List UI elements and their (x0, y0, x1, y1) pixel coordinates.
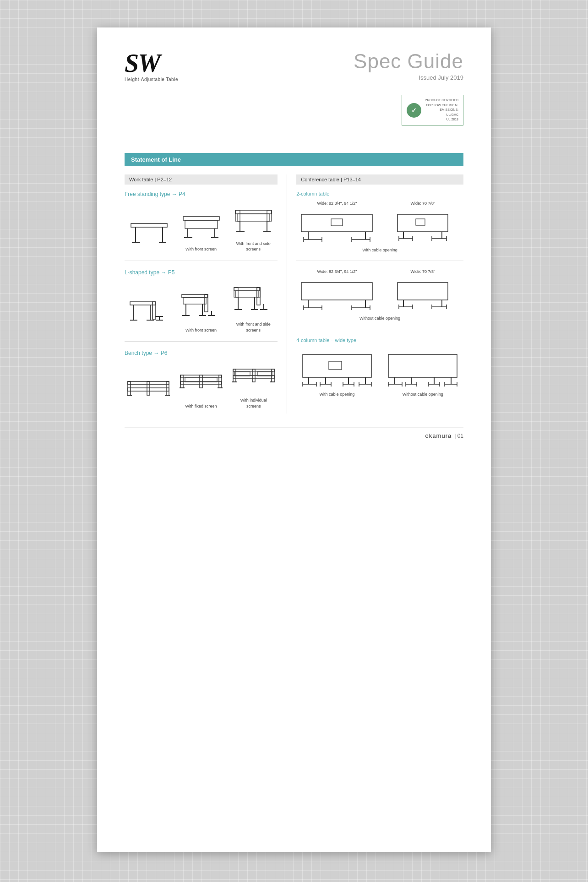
svg-rect-38 (235, 291, 258, 297)
size-label-left-2: Wide: 82 3/4", 94 1/2" (296, 269, 377, 274)
conf-row-1 (296, 207, 463, 244)
four-col-row: With cable opening (296, 348, 463, 397)
columns-wrapper: Work table | P2–12 Free standing type → … (125, 174, 463, 414)
free-standing-heading: Free standing type → P4 (125, 191, 278, 197)
svg-rect-39 (234, 288, 238, 297)
conf-table-large-nocable-svg (299, 276, 375, 312)
svg-rect-11 (235, 210, 272, 214)
svg-rect-101 (397, 283, 448, 300)
four-col-nocable-caption: Without cable opening (403, 392, 443, 397)
logo-subtitle: Height-Adjustable Table (125, 77, 178, 82)
statement-bar: Statement of Line (125, 153, 463, 166)
svg-rect-51 (166, 381, 169, 395)
free-standing-row: With front screen (125, 204, 278, 252)
size-labels-row1: Wide: 82 3/4", 94 1/2" Wide: 70 7/8" (296, 201, 463, 206)
front-side-screen-desk-svg (232, 204, 275, 238)
svg-rect-19 (130, 302, 155, 305)
footer-brand: okamura (425, 432, 452, 439)
front-side-screen-caption: With front and side screens (233, 241, 274, 252)
spec-guide-date: Issued July 2019 (354, 74, 463, 81)
svg-rect-49 (128, 388, 169, 391)
product-item-front-screen: With front screen (177, 209, 225, 252)
bench-fixed-screen: With fixed screen (177, 369, 225, 409)
svg-rect-12 (237, 214, 270, 221)
conf-item-2b (382, 276, 463, 312)
divider-1 (125, 261, 278, 261)
logo: SW (125, 50, 178, 76)
l-shaped-heading: L-shaped type → P5 (125, 269, 278, 276)
divider-2 (125, 341, 278, 342)
size-label-right-1: Wide: 70 7/8" (382, 201, 463, 206)
l-front-side-caption: With front and side screens (233, 321, 274, 333)
product-item-l-front: With front screen (177, 288, 225, 333)
svg-rect-83 (416, 219, 425, 225)
svg-rect-48 (128, 381, 169, 385)
l-front-side-svg (232, 282, 275, 319)
work-table-header: Work table | P2–12 (125, 174, 278, 185)
conf-item-2a (296, 276, 377, 312)
bench-fixed-svg (178, 369, 224, 401)
page: SW Height-Adjustable Table Spec Guide Is… (97, 27, 491, 852)
svg-rect-128 (388, 354, 457, 377)
left-column: Work table | P2–12 Free standing type → … (125, 174, 287, 414)
footer: okamura | 01 (125, 427, 463, 439)
four-col-nocable-svg (386, 348, 459, 389)
svg-rect-14 (267, 210, 272, 221)
product-item-plain-desk (125, 215, 173, 252)
product-item-front-side-screen: With front and side screens (229, 204, 278, 252)
two-col-heading: 2-column table (296, 191, 463, 196)
l-shaped-row: With front screen (125, 282, 278, 333)
bench-individual-svg (231, 363, 277, 395)
svg-rect-92 (301, 283, 372, 300)
conf-row-2 (296, 276, 463, 312)
svg-rect-110 (303, 354, 371, 377)
size-label-right-2: Wide: 70 7/8" (382, 269, 463, 274)
greenguard-text: PRODUCT CERTIFIEDFOR LOW CHEMICALEMISSIO… (425, 98, 458, 122)
front-screen-desk-svg (180, 209, 223, 244)
svg-rect-82 (397, 214, 448, 232)
svg-rect-72 (301, 214, 372, 232)
with-cable-caption: With cable opening (296, 248, 463, 252)
plain-desk-svg (127, 215, 171, 250)
greenguard-box: ✓ PRODUCT CERTIFIEDFOR LOW CHEMICALEMISS… (402, 95, 463, 125)
spec-guide-title: Spec Guide (354, 50, 463, 72)
bench-row: With fixed screen (125, 363, 278, 409)
without-cable-caption: Without cable opening (296, 316, 463, 321)
four-col-no-cable: Without cable opening (382, 348, 463, 397)
l-front-svg (180, 288, 223, 325)
bench-individual-caption: With individual screens (233, 397, 274, 409)
svg-rect-50 (128, 381, 131, 395)
bench-individual-screens: With individual screens (229, 363, 278, 409)
size-label-left-1: Wide: 82 3/4", 94 1/2" (296, 201, 377, 206)
header: SW Height-Adjustable Table Spec Guide Is… (125, 50, 463, 125)
bench-heading: Bench type → P6 (125, 350, 278, 356)
svg-rect-5 (183, 217, 219, 220)
spec-guide-section: Spec Guide Issued July 2019 ✓ PRODUCT CE… (354, 50, 463, 125)
svg-rect-0 (131, 223, 167, 227)
bench-fixed-caption: With fixed screen (185, 403, 217, 409)
front-screen-caption: With front screen (185, 246, 217, 252)
conf-item-1b (382, 207, 463, 244)
four-col-cable-svg (300, 348, 374, 389)
size-labels-row2: Wide: 82 3/4", 94 1/2" Wide: 70 7/8" (296, 269, 463, 274)
four-col-cable-caption: With cable opening (320, 392, 355, 397)
divider-4 (296, 329, 463, 329)
greenguard-badge: ✓ PRODUCT CERTIFIEDFOR LOW CHEMICALEMISS… (354, 95, 463, 125)
svg-rect-29 (183, 298, 206, 304)
svg-rect-28 (182, 294, 207, 298)
bench-plain (125, 374, 173, 409)
l-plain-svg (127, 294, 171, 330)
right-column: Conference table | P13–14 2-column table… (287, 174, 463, 414)
svg-rect-13 (235, 210, 240, 221)
svg-rect-52 (147, 381, 150, 395)
conference-table-header: Conference table | P13–14 (296, 174, 463, 185)
footer-page: | 01 (454, 433, 463, 439)
four-col-with-cable: With cable opening (296, 348, 377, 397)
logo-section: SW Height-Adjustable Table (125, 50, 178, 82)
four-col-heading: 4-column table – wide type (296, 338, 463, 343)
divider-3 (296, 261, 463, 261)
product-item-l-plain (125, 294, 173, 333)
greenguard-icon: ✓ (407, 103, 421, 118)
conf-table-small-nocable-svg (395, 276, 450, 312)
l-front-caption: With front screen (185, 327, 217, 333)
